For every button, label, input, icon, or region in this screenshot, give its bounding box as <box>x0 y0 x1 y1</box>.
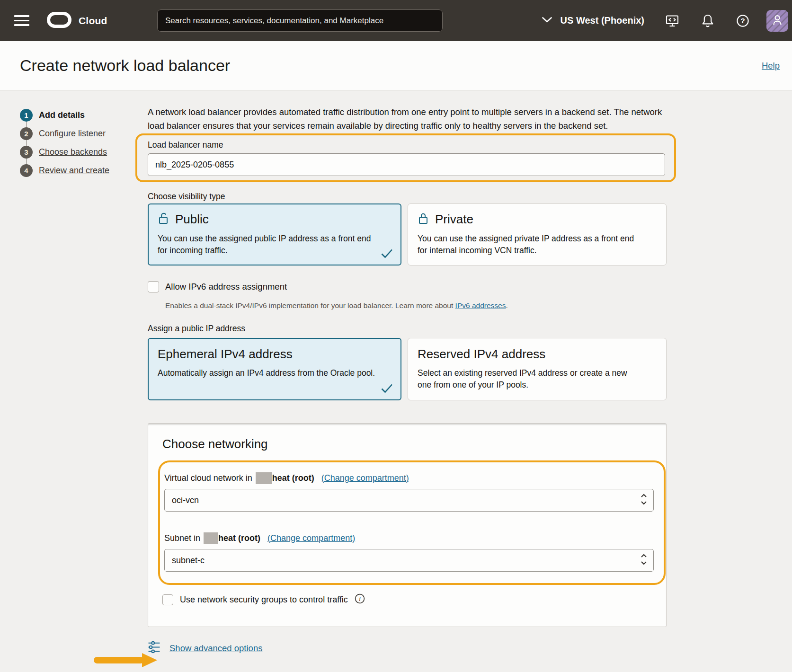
card-description: Automatically assign an IPv4 address fro… <box>158 367 380 379</box>
step-label[interactable]: Choose backends <box>39 147 107 157</box>
lock-closed-icon <box>418 212 429 227</box>
subnet-label: Subnet in heat (root) (Change compartmen… <box>164 532 651 544</box>
selected-check-icon <box>380 248 393 261</box>
public-ip-label: Assign a public IP address <box>148 324 667 333</box>
intro-text: A network load balancer provides automat… <box>148 105 663 133</box>
card-description: You can use the assigned public IP addre… <box>158 233 380 256</box>
ipv6-checkbox-row: Allow IPv6 address assignment <box>148 281 667 292</box>
step-review-and-create[interactable]: 4 Review and create <box>20 164 109 177</box>
oracle-cloud-logo[interactable]: Cloud <box>46 11 107 30</box>
step-number: 1 <box>20 109 33 122</box>
public-ip-card-row: Ephemeral IPv4 address Automatically ass… <box>148 338 667 400</box>
selected-check-icon <box>380 383 393 396</box>
ipv6-checkbox[interactable] <box>148 281 159 292</box>
networking-title: Choose networking <box>148 424 666 451</box>
nsg-checkbox-label[interactable]: Use network security groups to control t… <box>180 595 348 605</box>
step-add-details[interactable]: 1 Add details <box>20 109 109 122</box>
load-balancer-name-input[interactable] <box>148 153 665 176</box>
ipv6-addresses-link[interactable]: IPv6 addresses <box>455 301 506 309</box>
card-description: You can use the assigned private IP addr… <box>418 233 640 256</box>
redacted-text <box>204 532 218 544</box>
vcn-label-prefix: Virtual cloud network in <box>164 473 252 483</box>
subnet-change-compartment-link[interactable]: (Change compartment) <box>267 533 355 543</box>
show-advanced-options-link[interactable]: Show advanced options <box>169 643 262 654</box>
vcn-change-compartment-link[interactable]: (Change compartment) <box>321 473 409 483</box>
vcn-label: Virtual cloud network in heat (root) (Ch… <box>164 472 651 484</box>
subnet-select[interactable]: subnet-c <box>164 549 654 572</box>
hamburger-menu-icon[interactable] <box>14 14 31 27</box>
nsg-checkbox-row: Use network security groups to control t… <box>162 593 666 606</box>
oracle-logo-icon <box>46 11 72 30</box>
content-area: 1 Add details 2 Configure listener 3 Cho… <box>0 90 792 672</box>
select-chevrons-icon <box>641 553 647 568</box>
ip-card-reserved[interactable]: Reserved IPv4 address Select an existing… <box>408 338 667 400</box>
step-number: 3 <box>20 146 33 159</box>
person-icon <box>770 13 784 29</box>
card-description: Select an existing reserved IPv4 address… <box>418 367 640 391</box>
ipv6-checkbox-label[interactable]: Allow IPv6 address assignment <box>165 282 287 292</box>
visibility-card-private[interactable]: Private You can use the assigned private… <box>408 203 667 265</box>
svg-text:i: i <box>359 595 361 602</box>
sliders-icon <box>148 641 160 655</box>
step-choose-backends[interactable]: 3 Choose backends <box>20 146 109 159</box>
lock-open-icon <box>158 212 169 227</box>
vcn-select-value: oci-vcn <box>172 495 641 505</box>
subnet-select-value: subnet-c <box>172 556 641 566</box>
step-label[interactable]: Configure listener <box>39 129 106 139</box>
visibility-type-label: Choose visibility type <box>148 192 667 201</box>
region-selector[interactable]: US West (Phoenix) <box>542 15 644 26</box>
step-label[interactable]: Review and create <box>39 166 109 176</box>
topbar-right-cluster: US West (Phoenix) ? <box>542 10 792 32</box>
annotation-highlight-name: Load balancer name <box>135 133 676 182</box>
card-title: Ephemeral IPv4 address <box>158 347 293 362</box>
page-title: Create network load balancer <box>20 56 230 75</box>
redacted-text <box>256 472 272 484</box>
load-balancer-name-label: Load balancer name <box>148 140 663 150</box>
advanced-options-row: Show advanced options <box>148 641 667 661</box>
select-chevrons-icon <box>641 493 647 508</box>
brand-name: Cloud <box>79 15 107 27</box>
user-avatar[interactable] <box>766 10 788 32</box>
card-title: Reserved IPv4 address <box>418 347 545 362</box>
vcn-compartment: heat (root) <box>272 473 314 483</box>
helper-prefix: Enables a dual-stack IPv4/IPv6 implement… <box>165 301 455 309</box>
subnet-block: Subnet in heat (root) (Change compartmen… <box>162 532 651 572</box>
helper-suffix: . <box>506 301 507 309</box>
region-label: US West (Phoenix) <box>561 15 644 26</box>
step-label[interactable]: Add details <box>39 110 85 120</box>
help-link[interactable]: Help <box>762 61 780 71</box>
svg-text:?: ? <box>740 17 745 25</box>
nsg-checkbox[interactable] <box>162 594 173 605</box>
choose-networking-card: Choose networking Virtual cloud network … <box>148 423 667 627</box>
step-number: 2 <box>20 127 33 140</box>
card-title: Private <box>435 212 473 227</box>
top-navigation-bar: Cloud US West (Phoenix) <box>0 0 792 41</box>
search-input[interactable] <box>157 9 443 32</box>
help-question-icon[interactable]: ? <box>736 14 749 27</box>
global-search <box>157 9 443 32</box>
subnet-compartment: heat (root) <box>218 533 260 543</box>
cloud-shell-icon[interactable] <box>665 14 679 28</box>
step-configure-listener[interactable]: 2 Configure listener <box>20 127 109 140</box>
ipv6-helper-text: Enables a dual-stack IPv4/IPv6 implement… <box>165 301 667 310</box>
visibility-card-row: Public You can use the assigned public I… <box>148 203 667 265</box>
notifications-bell-icon[interactable] <box>701 14 714 28</box>
annotation-highlight-networking: Virtual cloud network in heat (root) (Ch… <box>158 460 666 585</box>
step-number: 4 <box>20 164 33 177</box>
page-header: Create network load balancer Help <box>0 41 792 90</box>
form-main-column: A network load balancer provides automat… <box>148 90 667 661</box>
ip-card-ephemeral[interactable]: Ephemeral IPv4 address Automatically ass… <box>148 338 401 400</box>
subnet-label-prefix: Subnet in <box>164 533 200 543</box>
visibility-card-public[interactable]: Public You can use the assigned public I… <box>148 203 401 265</box>
wizard-stepper: 1 Add details 2 Configure listener 3 Cho… <box>20 109 109 183</box>
card-title: Public <box>175 212 209 227</box>
vcn-select[interactable]: oci-vcn <box>164 489 654 512</box>
chevron-down-icon <box>542 17 552 25</box>
info-icon[interactable]: i <box>355 593 365 606</box>
